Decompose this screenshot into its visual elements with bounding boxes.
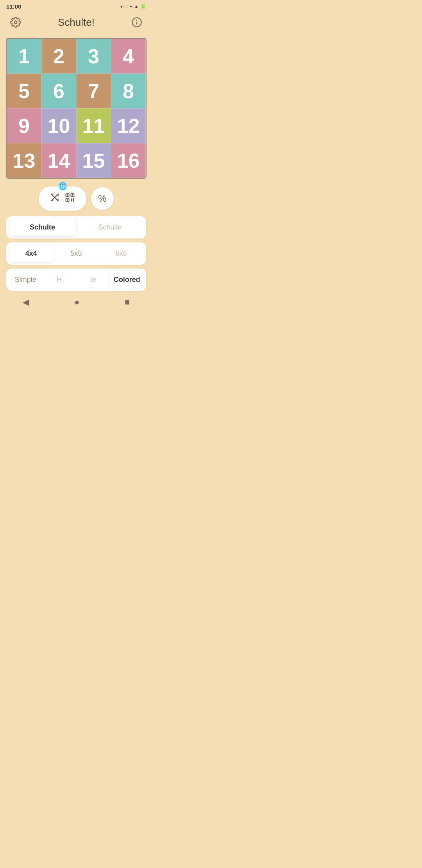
controls-area: 🌐 (0, 187, 152, 291)
mode-selector[interactable]: Schulte Schulte (6, 216, 146, 239)
top-bar: Schulte! (0, 11, 152, 35)
size-option-6x6[interactable]: 6x6 (99, 245, 144, 262)
wifi-icon: ▾ (120, 4, 123, 9)
svg-rect-13 (72, 194, 73, 196)
style-selector[interactable]: Simple H te Colored (6, 269, 146, 291)
lte-label: LTE (124, 4, 132, 9)
status-time: 11:00 (6, 3, 21, 10)
nav-bar: ◀ ● ■ (0, 291, 152, 315)
svg-rect-20 (73, 200, 74, 202)
status-bar: 11:00 ▾ LTE ▲ 🔋 (0, 0, 152, 11)
battery-icon: 🔋 (140, 4, 146, 9)
grid-cell-16[interactable]: 16 (111, 143, 146, 178)
grid-cell-6[interactable]: 6 (41, 74, 76, 108)
signal-icon: ▲ (134, 4, 139, 9)
icon-row: 🌐 (39, 187, 114, 211)
style-option-h[interactable]: H (43, 271, 77, 289)
style-option-te[interactable]: te (76, 271, 110, 289)
status-icons: ▾ LTE ▲ 🔋 (120, 4, 146, 9)
grid-cell-4[interactable]: 4 (111, 39, 146, 74)
grid-cell-5[interactable]: 5 (7, 74, 41, 108)
schulte-grid: 12345678910111213141516 (6, 38, 147, 179)
mode-option-schulte[interactable]: Schulte (9, 219, 76, 236)
grid-cell-2[interactable]: 2 (41, 39, 76, 74)
qr-icon (64, 192, 75, 205)
grid-cell-15[interactable]: 15 (76, 143, 111, 178)
style-option-simple[interactable]: Simple (9, 271, 43, 289)
svg-rect-17 (71, 198, 72, 200)
settings-button[interactable] (8, 14, 23, 30)
cross-scissors-icon (50, 192, 60, 205)
percent-icon: % (98, 193, 106, 204)
home-button[interactable]: ● (74, 297, 79, 307)
svg-rect-11 (67, 194, 68, 196)
size-option-4x4[interactable]: 4x4 (9, 245, 54, 262)
back-button[interactable]: ◀ (23, 297, 29, 307)
grid-cell-3[interactable]: 3 (76, 39, 111, 74)
percent-button[interactable]: % (91, 187, 114, 210)
globe-icon: 🌐 (58, 182, 67, 190)
grid-cell-1[interactable]: 1 (7, 39, 41, 74)
grid-cell-14[interactable]: 14 (41, 143, 76, 178)
size-option-5x5[interactable]: 5x5 (54, 245, 98, 262)
style-option-colored[interactable]: Colored (110, 271, 144, 289)
svg-rect-15 (67, 199, 68, 201)
size-selector[interactable]: 4x4 5x5 6x6 (6, 242, 146, 265)
info-button[interactable] (129, 14, 145, 30)
tools-pill-button[interactable]: 🌐 (39, 187, 86, 211)
grid-cell-9[interactable]: 9 (7, 108, 41, 143)
svg-rect-18 (73, 198, 74, 200)
mode-option-schulte2[interactable]: Schulte (76, 219, 144, 236)
grid: 12345678910111213141516 (7, 39, 146, 178)
page-title: Schulte! (58, 16, 95, 29)
grid-cell-10[interactable]: 10 (41, 108, 76, 143)
svg-point-0 (14, 21, 17, 24)
grid-cell-8[interactable]: 8 (111, 74, 146, 108)
grid-cell-13[interactable]: 13 (7, 143, 41, 178)
grid-cell-11[interactable]: 11 (76, 108, 111, 143)
svg-rect-19 (71, 200, 72, 202)
recent-button[interactable]: ■ (125, 297, 130, 307)
grid-cell-7[interactable]: 7 (76, 74, 111, 108)
grid-cell-12[interactable]: 12 (111, 108, 146, 143)
